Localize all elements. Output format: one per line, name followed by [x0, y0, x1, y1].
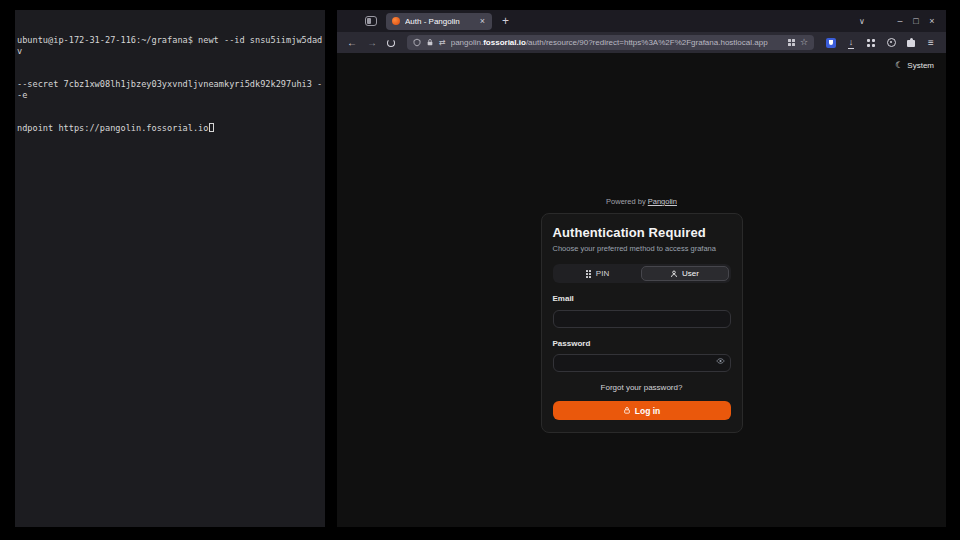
new-tab-button[interactable]: + — [502, 15, 509, 27]
password-label: Password — [553, 339, 731, 348]
container-swap-icon[interactable]: ⇄ — [439, 39, 446, 47]
login-button[interactable]: Log in — [553, 401, 731, 420]
browser-toolbar: ← → ⇄ pangolin.fossorial.io/auth/resourc… — [337, 32, 946, 53]
theme-toggle[interactable]: ☾ System — [895, 60, 934, 70]
page-actions-grid-icon[interactable] — [788, 39, 795, 46]
page-content: ☾ System Powered by Pangolin Authenticat… — [337, 53, 946, 527]
email-field[interactable] — [553, 310, 731, 328]
forward-button[interactable]: → — [365, 38, 379, 48]
lock-icon — [426, 38, 434, 47]
url-text: pangolin.fossorial.io/auth/resource/90?r… — [451, 38, 783, 47]
terminal-cursor — [209, 123, 214, 132]
moon-icon: ☾ — [895, 60, 903, 70]
browser-window: Auth - Pangolin × + ∨ – □ × ← → ⇄ pangol… — [337, 10, 946, 527]
terminal-line: ndpoint https://pangolin.fossorial.io — [17, 123, 323, 134]
tab-pin[interactable]: PIN — [555, 266, 641, 281]
window-close-button[interactable]: × — [924, 16, 940, 26]
card-title: Authentication Required — [553, 225, 731, 240]
login-lock-icon — [623, 406, 631, 415]
user-icon — [670, 270, 678, 278]
password-field-wrap — [553, 352, 731, 373]
extension-grid-icon[interactable] — [864, 36, 878, 50]
reload-icon[interactable] — [387, 39, 395, 47]
terminal-line: ubuntu@ip-172-31-27-116:~/grafana$ newt … — [17, 35, 323, 57]
firefox-view-icon[interactable] — [365, 16, 377, 26]
tab-user-label: User — [682, 269, 699, 278]
terminal-window[interactable]: ubuntu@ip-172-31-27-116:~/grafana$ newt … — [15, 10, 325, 527]
app-menu-icon[interactable]: ≡ — [924, 36, 938, 50]
powered-by-text: Powered by — [606, 197, 646, 206]
tab-strip: Auth - Pangolin × + ∨ – □ × — [337, 10, 946, 32]
card-subtitle: Choose your preferred method to access g… — [553, 244, 731, 253]
downloads-icon[interactable]: ↓ — [844, 36, 858, 50]
back-button[interactable]: ← — [345, 38, 359, 48]
method-tabs: PIN User — [553, 264, 731, 283]
tab-user[interactable]: User — [641, 266, 729, 281]
forgot-password-link[interactable]: Forgot your password? — [553, 383, 731, 392]
url-bar[interactable]: ⇄ pangolin.fossorial.io/auth/resource/90… — [407, 35, 814, 50]
keypad-icon — [586, 270, 592, 278]
login-button-label: Log in — [635, 406, 661, 416]
pangolin-link[interactable]: Pangolin — [648, 197, 677, 206]
shield-icon — [413, 38, 421, 47]
window-maximize-button[interactable]: □ — [908, 16, 924, 26]
url-host-prefix: pangolin. — [451, 38, 483, 47]
tab-title: Auth - Pangolin — [405, 17, 474, 26]
extension-blue-shield-icon[interactable] — [824, 36, 838, 50]
url-host: fossorial.io — [483, 38, 526, 47]
powered-by: Powered by Pangolin — [541, 197, 743, 206]
email-label: Email — [553, 294, 731, 303]
extensions-puzzle-icon[interactable] — [904, 36, 918, 50]
tab-auth-pangolin[interactable]: Auth - Pangolin × — [386, 13, 492, 30]
theme-toggle-label: System — [907, 61, 934, 70]
email-field-wrap — [553, 307, 731, 328]
list-all-tabs-icon[interactable]: ∨ — [854, 17, 870, 26]
pangolin-favicon-icon — [392, 17, 400, 25]
bookmark-star-icon[interactable]: ☆ — [800, 38, 808, 47]
tab-close-icon[interactable]: × — [479, 17, 486, 26]
extension-circle-icon[interactable] — [884, 36, 898, 50]
url-path: /auth/resource/90?redirect=https%3A%2F%2… — [526, 38, 768, 47]
terminal-output: ubuntu@ip-172-31-27-116:~/grafana$ newt … — [17, 13, 323, 156]
show-password-eye-icon[interactable] — [716, 357, 725, 365]
tab-pin-label: PIN — [596, 269, 609, 278]
password-field[interactable] — [553, 354, 731, 372]
auth-card: Authentication Required Choose your pref… — [541, 213, 743, 433]
auth-column: Powered by Pangolin Authentication Requi… — [541, 197, 743, 433]
terminal-line: --secret 7cbz1xw08lh1jbzey03yxvndljvneam… — [17, 79, 323, 101]
terminal-line-text: ndpoint https://pangolin.fossorial.io — [17, 123, 208, 133]
window-minimize-button[interactable]: – — [892, 16, 908, 26]
